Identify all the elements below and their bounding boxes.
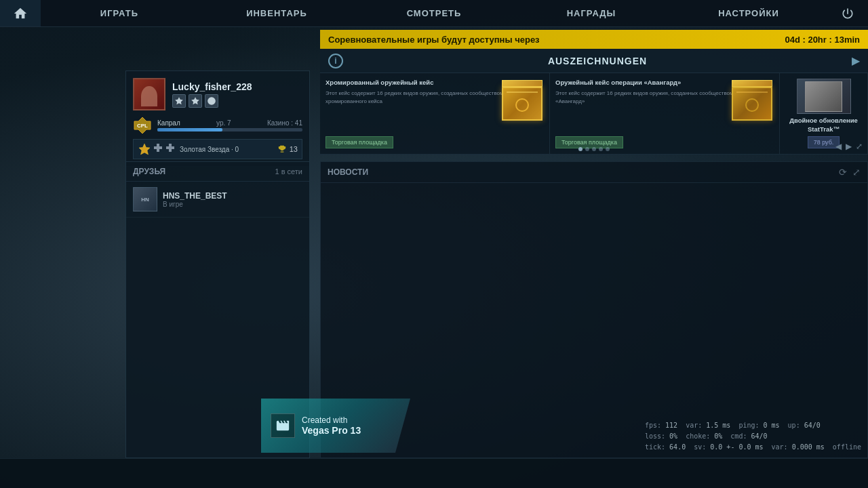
dot-1	[578, 147, 583, 151]
profile-row: Lucky_fisher_228	[133, 78, 302, 110]
dot-4	[599, 147, 603, 151]
dot-2	[585, 147, 589, 151]
svg-rect-7	[166, 146, 174, 149]
friends-title: Друзья	[133, 167, 165, 176]
loss-stat: loss: 0%	[645, 431, 677, 442]
store-next-arrow[interactable]: ▶	[846, 142, 852, 151]
bottom-bar	[0, 458, 868, 488]
store-item-3-title: Двойное обновление StatTrak™	[785, 117, 862, 134]
film-icon	[275, 418, 290, 433]
news-expand-icon[interactable]: ⤢	[852, 167, 861, 178]
sv-stat: sv: 0.0 +- 0.0 ms	[694, 442, 763, 453]
player-username: Lucky_fisher_228	[172, 81, 252, 92]
nav-power-button[interactable]	[827, 0, 868, 26]
perf-line-2: loss: 0% choke: 0% cmd: 64/0	[645, 431, 861, 442]
performance-stats: fps: 112 var: 1.5 ms ping: 0 ms up: 64/0…	[645, 420, 861, 453]
dot-5	[606, 147, 610, 151]
perf-line-1: fps: 112 var: 1.5 ms ping: 0 ms up: 64/0	[645, 420, 861, 431]
top-navigation: ИГРАТЬ ИНВЕНТАРЬ СМОТРЕТЬ НАГРАДЫ НАСТРО…	[0, 0, 868, 27]
rank-badge-icon: CPL	[133, 116, 152, 135]
store-prev-arrow[interactable]: ◀	[835, 142, 842, 151]
friends-online-count: 1 в сети	[275, 167, 302, 176]
nav-rewards-button[interactable]: НАГРАДЫ	[513, 0, 670, 26]
rank-icons-row	[172, 94, 252, 108]
vegas-created-line2: Vegas Pro 13	[302, 425, 361, 436]
banner-text: Соревновательные игры будут доступны чер…	[328, 35, 540, 45]
svg-rect-5	[154, 146, 162, 149]
rank-xp: Казино : 41	[267, 119, 302, 127]
achievements-title: AUSZEICHNUNGEN	[548, 56, 647, 66]
perf-line-3: tick: 64.0 sv: 0.0 +- 0.0 ms var: 0.000 …	[645, 442, 861, 453]
store-pagination	[578, 147, 610, 151]
friend-status: В игре	[163, 201, 227, 208]
rank-icon-3	[205, 94, 218, 108]
dot-3	[592, 147, 596, 151]
star-icons	[138, 142, 176, 156]
store-area: Хромированный оружейный кейс Этот кейс с…	[320, 73, 868, 155]
news-header-icons: ⟳ ⤢	[839, 167, 861, 178]
achievements-chevron-icon: ▶	[852, 54, 860, 67]
competitive-label: Золотая Звезда · 0	[180, 146, 239, 153]
store-nav-arrows: ◀ ▶ ⤢	[835, 142, 863, 151]
power-icon	[841, 7, 854, 20]
nav-settings-button[interactable]: НАСТРОЙКИ	[670, 0, 827, 26]
vegas-watermark: Created with Vegas Pro 13	[261, 399, 410, 453]
xp-bar-container	[157, 128, 302, 131]
nav-inventory-button[interactable]: ИНВЕНТАРЬ	[198, 0, 355, 26]
friend-avatar: HN	[133, 187, 157, 211]
plus-icon-1	[153, 142, 163, 153]
competitive-row: Золотая Звезда · 0 13	[133, 139, 302, 159]
vegas-created-line1: Created with	[302, 415, 361, 425]
ping-stat: ping: 0 ms	[738, 420, 779, 431]
profile-panel: Lucky_fisher_228 CPL Капрал ур.	[125, 70, 310, 167]
competitive-banner: Соревновательные игры будут доступны чер…	[320, 30, 868, 49]
store-item-1-title: Хромированный оружейный кейс	[326, 79, 433, 87]
friend-item[interactable]: HN HNS_THE_BEST В игре	[126, 182, 309, 218]
news-header: Новости ⟳ ⤢	[321, 162, 867, 183]
trophy-count: 13	[290, 145, 298, 153]
svg-text:CPL: CPL	[137, 123, 148, 129]
star-rank: Золотая Звезда · 0	[138, 142, 239, 156]
gold-star-icon	[138, 142, 151, 156]
var-stat: var: 1.5 ms	[686, 420, 730, 431]
plus-icon-2	[165, 142, 176, 153]
nav-play-button[interactable]: ИГРАТЬ	[41, 0, 198, 26]
store-expand-btn[interactable]: ⤢	[856, 142, 863, 151]
rank-label: Капрал	[157, 119, 180, 127]
nav-home-button[interactable]	[0, 0, 41, 26]
info-button[interactable]: i	[328, 54, 343, 68]
crate-image-1	[498, 80, 546, 127]
nav-watch-button[interactable]: СМОТРЕТЬ	[355, 0, 513, 26]
store-item-2: Оружейный кейс операции «Авангард» Этот …	[550, 73, 780, 154]
fps-stat: fps: 112	[645, 420, 677, 431]
player-avatar	[133, 78, 165, 110]
rank-icon-2	[189, 94, 202, 108]
profile-info: Lucky_fisher_228	[172, 81, 252, 108]
store-item-1: Хромированный оружейный кейс Этот кейс с…	[320, 73, 550, 154]
banner-timer: 04d : 20hr : 13min	[785, 35, 860, 45]
svg-marker-3	[139, 144, 150, 155]
svar-stat: var: 0.000 ms	[772, 442, 825, 453]
trophy-icon	[277, 144, 287, 154]
svg-point-0	[208, 97, 216, 105]
up-stat: up: 64/0	[788, 420, 821, 431]
cmd-stat: cmd: 64/0	[730, 431, 767, 442]
vegas-text: Created with Vegas Pro 13	[302, 415, 361, 436]
rank-level: ур. 7	[216, 119, 231, 127]
news-refresh-icon[interactable]: ⟳	[839, 167, 847, 178]
store-item-2-title: Оружейный кейс операции «Авангард»	[555, 79, 681, 87]
rank-row: CPL Капрал ур. 7 Казино : 41	[133, 116, 302, 135]
store-item-1-btn[interactable]: Торговая площадка	[326, 136, 393, 148]
choke-stat: choke: 0%	[686, 431, 722, 442]
trophy-section: 13	[277, 144, 298, 154]
rank-details: Капрал ур. 7 Казино : 41	[157, 119, 302, 131]
rank-icon-1	[172, 94, 186, 108]
offline-stat: offline	[833, 442, 861, 453]
tick-stat: tick: 64.0	[645, 442, 686, 453]
news-title: Новости	[328, 167, 368, 177]
crate-image-2	[728, 80, 776, 127]
xp-bar-fill	[157, 128, 222, 131]
friend-name: HNS_THE_BEST	[163, 191, 227, 201]
stattrack-crate-image	[797, 79, 851, 114]
friend-details: HNS_THE_BEST В игре	[163, 191, 227, 208]
